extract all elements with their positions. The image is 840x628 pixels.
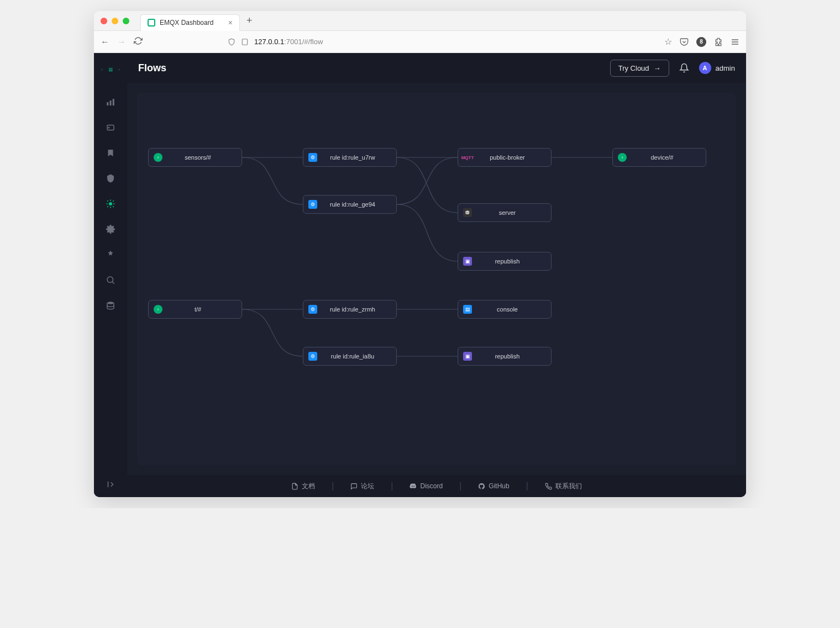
footer-label: 论坛 — [361, 482, 374, 491]
footer-link-discord[interactable]: Discord — [410, 482, 443, 490]
node-device[interactable]: › device/# — [612, 148, 706, 167]
footer-link-docs[interactable]: 文档 — [291, 482, 315, 491]
bell-icon[interactable] — [679, 63, 689, 73]
sidebar-item-extensions[interactable] — [106, 250, 116, 260]
window-minimize[interactable] — [112, 18, 118, 24]
svg-point-8 — [108, 127, 109, 128]
footer-link-contact[interactable]: 联系我们 — [545, 482, 582, 491]
node-label: rule id:rule_zrmh — [322, 306, 396, 313]
browser-tab[interactable]: EMQX Dashboard × — [140, 14, 240, 31]
footer-separator: | — [391, 481, 393, 491]
topic-icon: › — [618, 153, 627, 162]
rule-icon: ⚙ — [308, 200, 317, 209]
page-title: Flows — [138, 62, 166, 74]
doc-icon — [291, 483, 298, 490]
footer-separator: | — [332, 481, 334, 491]
node-rule-ia8u[interactable]: ⚙ rule id:rule_ia8u — [303, 347, 397, 366]
node-t[interactable]: › t/# — [148, 300, 242, 319]
try-cloud-button[interactable]: Try Cloud → — [610, 60, 669, 77]
node-label: console — [477, 306, 551, 313]
node-label: public-broker — [477, 154, 551, 161]
sidebar-item-dashboard[interactable] — [106, 97, 116, 107]
rule-icon: ⚙ — [308, 153, 317, 162]
republish-icon: ▣ — [463, 352, 472, 361]
chat-icon — [350, 483, 358, 490]
traffic-lights — [101, 18, 129, 24]
node-label: rule id:rule_ia8u — [322, 353, 396, 360]
user-menu[interactable]: A admin — [699, 62, 735, 74]
new-tab-button[interactable]: + — [246, 15, 253, 27]
footer-label: 联系我们 — [555, 482, 582, 491]
window-close[interactable] — [101, 18, 107, 24]
svg-rect-4 — [107, 102, 108, 105]
tab-close-icon[interactable]: × — [228, 18, 233, 27]
extensions-icon[interactable] — [714, 38, 723, 46]
browser-toolbar: ← → 127.0.0.1:7001/#/flow ☆ 8 — [94, 31, 746, 53]
sidebar-item-system[interactable] — [106, 300, 116, 310]
sidebar-item-subscriptions[interactable] — [106, 148, 116, 158]
footer-label: 文档 — [302, 482, 315, 491]
phone-icon — [545, 483, 552, 490]
footer-link-github[interactable]: GitHub — [478, 482, 509, 490]
sidebar-collapse-button[interactable] — [106, 479, 116, 489]
mqtt-icon: MQTT — [463, 153, 472, 162]
node-republish-2[interactable]: ▣ republish — [458, 347, 552, 366]
sidebar-item-security[interactable] — [106, 173, 116, 183]
user-name: admin — [716, 64, 735, 72]
svg-point-9 — [109, 203, 112, 205]
node-label: republish — [477, 353, 551, 360]
rule-icon: ⚙ — [308, 305, 317, 314]
node-sensors[interactable]: › sensors/# — [148, 148, 242, 167]
console-icon: ▤ — [463, 305, 472, 314]
sidebar-item-connections[interactable] — [106, 123, 116, 133]
app-header: Flows Try Cloud → A admin — [127, 53, 746, 83]
back-button[interactable]: ← — [101, 37, 109, 47]
pocket-icon[interactable] — [680, 38, 689, 46]
svg-rect-5 — [110, 101, 112, 105]
sidebar-item-flows[interactable] — [106, 199, 116, 209]
avatar: A — [699, 62, 711, 74]
flow-canvas[interactable]: › sensors/# › t/# ⚙ rule id:rule_u7rw ⚙ — [137, 93, 736, 465]
url-bar[interactable]: 127.0.0.1:7001/#/flow — [150, 38, 657, 46]
tab-title: EMQX Dashboard — [160, 19, 213, 27]
window-titlebar: EMQX Dashboard × + — [94, 11, 746, 31]
arrow-right-icon: → — [654, 64, 661, 72]
node-console[interactable]: ▤ console — [458, 300, 552, 319]
node-rule-ge94[interactable]: ⚙ rule id:rule_ge94 — [303, 195, 397, 214]
node-server[interactable]: ⛃ server — [458, 203, 552, 222]
node-label: republish — [477, 258, 551, 265]
footer-label: Discord — [420, 482, 443, 490]
sidebar-item-settings[interactable] — [106, 224, 116, 234]
url-text: 127.0.0.1:7001/#/flow — [254, 38, 323, 46]
topic-icon: › — [154, 153, 162, 162]
flow-canvas-wrapper: › sensors/# › t/# ⚙ rule id:rule_u7rw ⚙ — [127, 83, 746, 475]
node-label: rule id:rule_ge94 — [322, 201, 396, 208]
footer-separator: | — [526, 481, 528, 491]
hamburger-icon[interactable] — [731, 38, 739, 46]
svg-rect-6 — [113, 99, 114, 105]
app-footer: 文档 | 论坛 | Discord | GitHub | — [127, 475, 746, 497]
sidebar-item-diagnostics[interactable] — [106, 275, 116, 285]
discord-icon — [410, 483, 417, 490]
window-maximize[interactable] — [123, 18, 129, 24]
footer-link-forum[interactable]: 论坛 — [350, 482, 374, 491]
svg-line-12 — [112, 282, 114, 284]
forward-button[interactable]: → — [117, 37, 126, 47]
star-icon[interactable]: ☆ — [664, 36, 672, 47]
node-public-broker[interactable]: MQTT public-broker — [458, 148, 552, 167]
rule-icon: ⚙ — [308, 352, 317, 361]
topic-icon: › — [154, 305, 162, 314]
favicon-icon — [148, 19, 155, 27]
node-rule-u7rw[interactable]: ⚙ rule id:rule_u7rw — [303, 148, 397, 167]
sidebar: ≡ — [94, 53, 127, 497]
node-republish-1[interactable]: ▣ republish — [458, 252, 552, 271]
account-badge[interactable]: 8 — [696, 37, 706, 47]
http-icon: ⛃ — [463, 208, 472, 217]
reload-button[interactable] — [134, 36, 143, 48]
svg-rect-0 — [242, 39, 247, 45]
page-icon — [241, 38, 249, 46]
app-logo[interactable]: ≡ — [102, 62, 119, 77]
node-label: device/# — [632, 154, 706, 161]
republish-icon: ▣ — [463, 257, 472, 266]
node-rule-zrmh[interactable]: ⚙ rule id:rule_zrmh — [303, 300, 397, 319]
